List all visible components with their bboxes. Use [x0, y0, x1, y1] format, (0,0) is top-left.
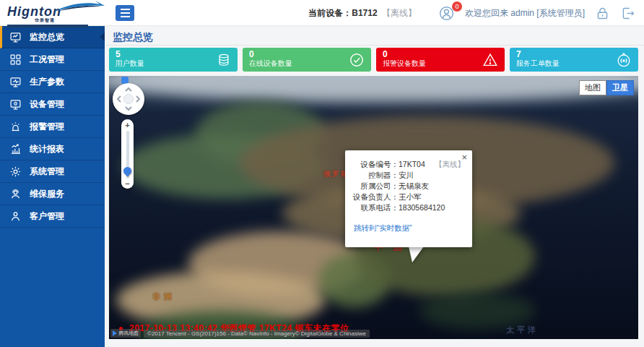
page-title: 监控总览 [113, 31, 153, 44]
sidebar-item-condition-mgmt[interactable]: 工况管理 [0, 48, 105, 71]
close-icon[interactable]: × [461, 153, 467, 162]
stat-card-users[interactable]: 5 用户数量 [109, 48, 238, 72]
stat-label: 在线设备数量 [249, 59, 365, 68]
stat-value: 7 [516, 50, 632, 59]
stat-cards-row: 5 用户数量 0 在线设备数量 0 报警设备数量 7 服务工单数量 [109, 48, 638, 72]
map-attribution: ©2017 Tencent - GS(2017)156 - Data© NavI… [144, 330, 370, 338]
gear-icon [9, 166, 22, 178]
current-device-label: 当前设备： [308, 8, 352, 18]
popup-row-owner: 设备负责人： 王小军 [351, 192, 465, 202]
popup-tail [409, 247, 424, 262]
popup-row-device-id: 设备编号： 17KT04 【离线】 [351, 159, 465, 170]
map-pan-control[interactable] [113, 83, 144, 115]
username[interactable]: admin [510, 8, 534, 18]
dashboard-app: Hignton 华辰智通 当前设备：B1712 【离线】 0 欢迎您回来 adm… [0, 0, 644, 347]
person-icon [9, 210, 22, 223]
logo-subtext: 华辰智通 [35, 17, 101, 24]
map-type-toggle: 地图 卫星 [579, 80, 634, 95]
zoom-in-button[interactable]: + [121, 121, 134, 129]
popup-device-status: 【离线】 [435, 159, 465, 170]
realtime-data-link[interactable]: 跳转到“实时数据” [354, 223, 412, 234]
sidebar-item-customer-mgmt[interactable]: 客户管理 [0, 205, 105, 228]
stat-card-work-orders[interactable]: 7 服务工单数量 [510, 48, 638, 72]
current-device: 当前设备：B1712 【离线】 [308, 7, 417, 20]
pan-center[interactable] [123, 94, 134, 104]
current-device-value: B1712 [352, 8, 377, 18]
popup-row-phone: 联系电话： 18305684120 [351, 202, 465, 213]
stat-label: 报警设备数量 [383, 59, 498, 68]
monitor-icon [9, 76, 22, 88]
check-circle-icon [349, 52, 365, 68]
map-label-pacific: 太平洋 [506, 325, 539, 335]
device-info-popup: × 设备编号： 17KT04 【离线】 控制器： 安川 所属公司： 无锡泉友 设… [345, 150, 472, 247]
popup-row-company: 所属公司： 无锡泉友 [351, 181, 465, 192]
map-footer: 腾讯地图 ©2017 Tencent - GS(2017)156 - Data©… [110, 329, 370, 338]
alarm-icon [9, 121, 22, 133]
device-status: 【离线】 [382, 8, 417, 18]
stat-card-alarm-devices[interactable]: 0 报警设备数量 [376, 48, 505, 72]
map-landmass [109, 76, 638, 102]
sidebar-item-maintenance-service[interactable]: 维保服务 [0, 183, 105, 205]
user-role: [系统管理员] [536, 8, 585, 18]
stat-label: 用户数量 [116, 59, 231, 68]
logo-swoosh-icon [52, 0, 105, 13]
stat-card-online-devices[interactable]: 0 在线设备数量 [243, 48, 371, 72]
stat-value: 0 [383, 50, 498, 59]
header: Hignton 华辰智通 当前设备：B1712 【离线】 0 欢迎您回来 adm… [0, 0, 644, 26]
stat-value: 0 [249, 50, 365, 59]
tencent-logo-icon [113, 330, 117, 336]
chart-icon [9, 143, 22, 155]
warning-triangle-icon [482, 52, 498, 68]
zoom-thumb[interactable] [122, 166, 134, 177]
brand-logo[interactable]: Hignton 华辰智通 [7, 1, 101, 26]
sidebar-item-system-mgmt[interactable]: 系统管理 [0, 160, 105, 183]
notifications-button[interactable]: 0 [438, 5, 455, 22]
world-map[interactable]: 俄罗斯 中国 非洲 太平洋 + − 地图 卫星 × [109, 76, 638, 339]
header-right: 当前设备：B1712 【离线】 0 欢迎您回来 admin [系统管理员] [308, 0, 635, 26]
sidebar-item-alarm-mgmt[interactable]: 报警管理 [0, 116, 105, 138]
menu-toggle-button[interactable] [116, 5, 134, 21]
sidebar-item-monitor-overview[interactable]: 监控总览 [0, 26, 105, 48]
logout-button[interactable] [620, 6, 635, 21]
notification-badge: 0 [452, 1, 462, 12]
sidebar-item-production-params[interactable]: 生产参数 [0, 71, 105, 93]
logo-underline [7, 25, 88, 27]
sidebar: 监控总览 工况管理 生产参数 设备管理 报警管理 统计报表 系统管理 维保服务 [0, 26, 105, 347]
monitor-icon [9, 31, 22, 43]
map-provider-logo[interactable]: 腾讯地图 [110, 329, 141, 338]
monitor-icon [9, 98, 22, 111]
map-type-map-button[interactable]: 地图 [579, 80, 606, 95]
database-icon [217, 53, 231, 67]
stat-label: 服务工单数量 [516, 59, 632, 68]
zoom-out-button[interactable]: − [121, 179, 134, 188]
popup-row-controller: 控制器： 安川 [351, 170, 465, 181]
map-label-africa: 非洲 [152, 291, 175, 302]
sidebar-item-device-mgmt[interactable]: 设备管理 [0, 93, 105, 116]
logout-icon [620, 6, 635, 21]
stat-value: 5 [116, 50, 231, 59]
welcome-text: 欢迎您回来 admin [系统管理员] [465, 7, 585, 20]
main-content: 监控总览 5 用户数量 0 在线设备数量 0 报警设备数量 7 服务工单数量 [105, 26, 644, 347]
lock-icon [595, 6, 610, 21]
title-divider [105, 45, 644, 46]
map-type-satellite-button[interactable]: 卫星 [606, 80, 634, 95]
lock-button[interactable] [595, 6, 610, 21]
map-landmass [419, 293, 535, 329]
sidebar-item-statistics[interactable]: 统计报表 [0, 138, 105, 160]
support-agent-icon [9, 188, 22, 200]
map-zoom-slider[interactable]: + − [121, 119, 134, 189]
grid-icon [9, 53, 22, 66]
signal-icon [616, 52, 632, 68]
